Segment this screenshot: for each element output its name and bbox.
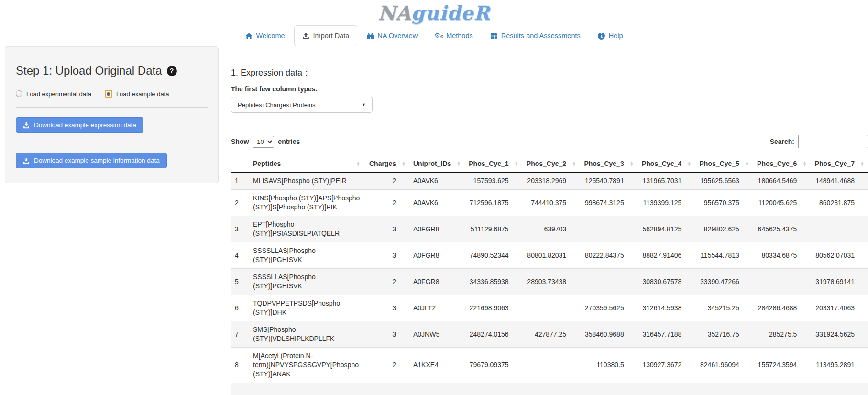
radio-checked-icon bbox=[105, 90, 112, 98]
table-cell: 2 bbox=[364, 348, 409, 383]
table-cell bbox=[810, 383, 868, 395]
download-expression-button[interactable]: Download example expression data bbox=[16, 117, 143, 133]
table-cell: 645625.4375 bbox=[753, 216, 811, 242]
table-cell: 712596.1875 bbox=[464, 190, 522, 216]
column-header-label: Phos_Cyc_5 bbox=[700, 160, 739, 167]
table-cell: 2 bbox=[364, 173, 409, 190]
table-cell: 88827.91406 bbox=[637, 242, 695, 269]
column-header-uniprot_ids[interactable]: Uniprot_IDs▲▼ bbox=[409, 155, 464, 173]
gears-icon: ⚙⚙ bbox=[435, 32, 443, 40]
table-cell bbox=[409, 383, 464, 395]
table-cell: 148941.4688 bbox=[810, 173, 868, 190]
column-header-phos_cyc_3[interactable]: Phos_Cyc_3▲▼ bbox=[580, 155, 637, 173]
table-cell: 270359.5625 bbox=[580, 295, 637, 321]
page-length-select[interactable]: 10 bbox=[253, 136, 274, 148]
table-row: 6TQDPVPPETPSDS[Phospho (STY)]DHK3A0JLT22… bbox=[231, 295, 868, 321]
table-search: Search: bbox=[770, 135, 868, 148]
table-cell: A1KXE4 bbox=[409, 348, 464, 383]
sort-icon: ▲▼ bbox=[572, 161, 576, 166]
table-cell: 79679.09375 bbox=[464, 348, 522, 383]
table-cell: 110380.5 bbox=[580, 348, 637, 383]
search-input[interactable] bbox=[798, 135, 868, 148]
column-types-select[interactable]: Peptides+Charges+Proteins ▼ bbox=[231, 97, 373, 113]
panel-title: Step 1: Upload Original Data bbox=[16, 64, 208, 77]
app-logo: NAguideR bbox=[0, 0, 868, 24]
radio-unchecked-icon bbox=[16, 90, 22, 97]
table-row-partial bbox=[231, 383, 868, 395]
table-cell: 331924.5625 bbox=[810, 321, 868, 348]
table-cell: 221698.9063 bbox=[464, 295, 522, 321]
table-cell: 33390.47266 bbox=[695, 269, 753, 295]
tab-welcome[interactable]: Welcome bbox=[237, 25, 293, 46]
column-header-label: Phos_Cyc_4 bbox=[642, 160, 681, 167]
table-header-row: Peptides▲▼Charges▲▼Uniprot_IDs▲▼Phos_Cyc… bbox=[231, 155, 868, 173]
column-header-peptides[interactable]: Peptides▲▼ bbox=[249, 155, 364, 173]
table-cell: 2 bbox=[364, 269, 409, 295]
table-cell bbox=[580, 216, 637, 242]
table-cell: 285275.5 bbox=[753, 321, 811, 348]
table-cell: 562894.8125 bbox=[637, 216, 695, 242]
table-cell: M[Acetyl (Protein N-term)]NPVYSPGSSGVPY[… bbox=[249, 348, 364, 383]
tab-methods[interactable]: ⚙⚙ Methods bbox=[427, 25, 481, 46]
row-number-cell: 1 bbox=[231, 173, 249, 190]
column-header-phos_cyc_1[interactable]: Phos_Cyc_1▲▼ bbox=[464, 155, 522, 173]
tab-import-data[interactable]: Import Data bbox=[294, 25, 358, 46]
radio-label: Load example data bbox=[116, 90, 169, 98]
tab-na-overview[interactable]: NA Overview bbox=[358, 25, 426, 46]
upload-panel: Step 1: Upload Original Data Load experi… bbox=[5, 46, 219, 183]
table-controls: Show 10 entries Search: bbox=[231, 135, 868, 148]
table-cell: A0FGR8 bbox=[409, 269, 464, 295]
table-cell: 312614.5938 bbox=[637, 295, 695, 321]
table-cell: 130927.3672 bbox=[637, 348, 695, 383]
page-length-control: Show 10 entries bbox=[231, 136, 300, 148]
table-cell: 180664.5469 bbox=[753, 173, 811, 190]
table-cell bbox=[580, 269, 637, 295]
naguider-app: NAguideR Welcome Import Data bbox=[0, 0, 868, 395]
table-cell: 80222.84375 bbox=[580, 242, 637, 269]
divider bbox=[16, 143, 208, 143]
column-header-phos_cyc_2[interactable]: Phos_Cyc_2▲▼ bbox=[522, 155, 580, 173]
table-cell bbox=[810, 216, 868, 242]
table-cell bbox=[231, 383, 249, 395]
table-cell: KINS[Phospho (STY)]APS[Phospho (STY)]S[P… bbox=[249, 190, 364, 216]
table-cell: 203318.2969 bbox=[522, 173, 580, 190]
table-cell: 744410.375 bbox=[522, 190, 580, 216]
tab-label: Methods bbox=[446, 31, 473, 41]
table-cell: A0JLT2 bbox=[409, 295, 464, 321]
column-header-rownum bbox=[231, 155, 249, 173]
column-header-charges[interactable]: Charges▲▼ bbox=[364, 155, 409, 173]
download-icon bbox=[23, 122, 30, 129]
table-cell: 82461.96094 bbox=[695, 348, 753, 383]
tab-results-assessments[interactable]: Results and Assessments bbox=[482, 25, 589, 46]
table-cell bbox=[637, 383, 695, 395]
table-cell: 80334.6875 bbox=[753, 242, 811, 269]
tab-label: NA Overview bbox=[377, 31, 418, 41]
row-number-cell: 5 bbox=[231, 269, 249, 295]
row-number-cell: 4 bbox=[231, 242, 249, 269]
upload-icon bbox=[302, 32, 310, 40]
table-cell: TQDPVPPETPSDS[Phospho (STY)]DHK bbox=[249, 295, 364, 321]
sort-icon: ▲▼ bbox=[630, 161, 634, 166]
table-cell bbox=[464, 383, 522, 395]
column-header-phos_cyc_5[interactable]: Phos_Cyc_5▲▼ bbox=[695, 155, 753, 173]
column-header-phos_cyc_6[interactable]: Phos_Cyc_6▲▼ bbox=[753, 155, 811, 173]
radio-load-example[interactable]: Load example data bbox=[105, 90, 169, 98]
table-icon bbox=[490, 32, 498, 40]
table-cell: A0JNW5 bbox=[409, 321, 464, 348]
column-header-phos_cyc_4[interactable]: Phos_Cyc_4▲▼ bbox=[637, 155, 695, 173]
section-title: 1. Expression data： bbox=[231, 67, 868, 78]
button-label: Download example sample information data bbox=[34, 157, 160, 164]
column-header-phos_cyc_7[interactable]: Phos_Cyc_7▲▼ bbox=[810, 155, 868, 173]
divider bbox=[16, 107, 208, 108]
download-sample-info-button[interactable]: Download example sample information data bbox=[16, 153, 167, 168]
download-icon bbox=[23, 157, 30, 164]
tab-help[interactable]: Help bbox=[590, 25, 631, 46]
sort-icon: ▲▼ bbox=[515, 161, 518, 166]
table-cell: 2 bbox=[364, 190, 409, 216]
question-circle-icon[interactable] bbox=[167, 66, 177, 76]
show-label: Show bbox=[231, 138, 249, 145]
radio-label: Load experimental data bbox=[26, 90, 91, 98]
logo-na: NA bbox=[378, 1, 411, 24]
row-number-cell: 2 bbox=[231, 190, 249, 216]
radio-load-experimental[interactable]: Load experimental data bbox=[16, 90, 91, 98]
